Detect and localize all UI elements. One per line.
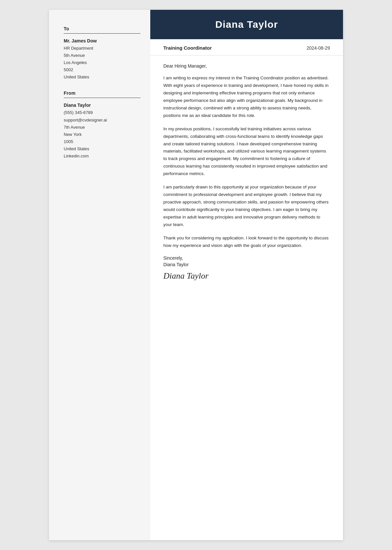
sender-name: Diana Taylor	[64, 103, 140, 108]
sender-country: United States	[64, 145, 140, 153]
job-info-bar: Training Coordinator 2024-08-29	[150, 39, 343, 56]
recipient-name: Mr. James Dow	[64, 38, 140, 43]
from-label: From	[64, 90, 140, 96]
letter-signname: Diana Taylor	[163, 262, 330, 267]
sender-linkedin: Linkedin.com	[64, 153, 140, 160]
job-title: Training Coordinator	[163, 45, 212, 51]
main-content: Diana Taylor Training Coordinator 2024-0…	[150, 10, 343, 540]
header-banner: Diana Taylor	[150, 10, 343, 39]
sidebar: To Mr. James Dow HR Department 5th Avenu…	[49, 10, 150, 540]
to-divider	[64, 33, 140, 34]
sender-phone: (555) 345-6789	[64, 109, 140, 116]
to-section: To Mr. James Dow HR Department 5th Avenu…	[64, 26, 140, 81]
letter-greeting: Dear Hiring Manager,	[163, 63, 330, 69]
to-label: To	[64, 26, 140, 31]
recipient-zip: 5002	[64, 66, 140, 73]
from-section: From Diana Taylor (555) 345-6789 support…	[64, 90, 140, 160]
letter-body: Dear Hiring Manager, I am writing to exp…	[150, 63, 343, 281]
sender-street: 7th Avenue	[64, 124, 140, 131]
recipient-city: Los Angeles	[64, 59, 140, 66]
sender-zip: 1005	[64, 138, 140, 145]
sender-city: New York	[64, 131, 140, 138]
letter-closing: Sincerely,	[163, 255, 330, 261]
sender-email: support@cvdesigner.ai	[64, 117, 140, 124]
recipient-street: 5th Avenue	[64, 52, 140, 59]
recipient-department: HR Department	[64, 45, 140, 52]
from-divider	[64, 98, 140, 98]
letter-paragraph-3: I am particularly drawn to this opportun…	[163, 184, 330, 229]
letter-paragraph-4: Thank you for considering my application…	[163, 235, 330, 250]
recipient-country: United States	[64, 73, 140, 81]
page: To Mr. James Dow HR Department 5th Avenu…	[49, 10, 343, 540]
job-date: 2024-08-29	[306, 45, 330, 51]
letter-signature: Diana Taylor	[163, 271, 330, 281]
letter-paragraph-2: In my previous positions, I successfully…	[163, 125, 330, 178]
letter-paragraph-1: I am writing to express my interest in t…	[163, 74, 330, 120]
header-name: Diana Taylor	[215, 19, 278, 30]
